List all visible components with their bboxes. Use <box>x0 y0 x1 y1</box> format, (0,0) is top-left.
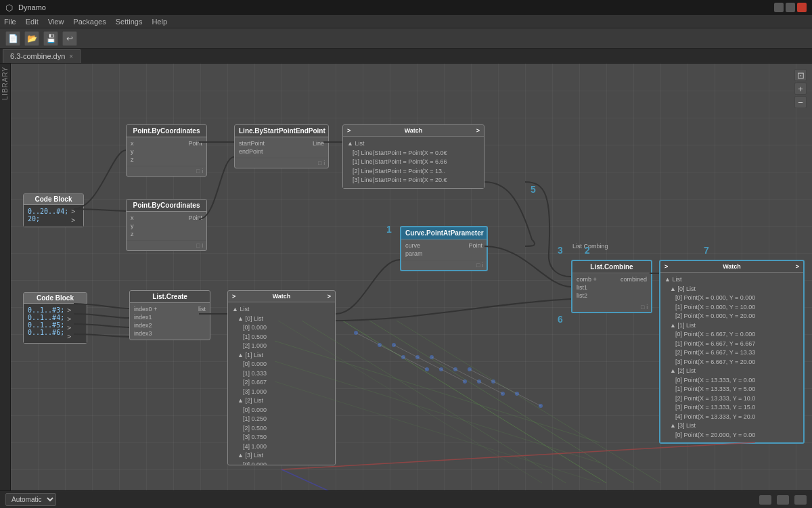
zoom-controls: ⊡ + − <box>794 69 807 108</box>
callout-5: 5 <box>531 184 536 195</box>
watch-title: > Watch > <box>228 291 335 302</box>
svg-line-29 <box>470 369 541 406</box>
node-list-create[interactable]: List.Create index0 + list index1 index2 … <box>129 290 210 340</box>
callout-2: 2 <box>585 245 590 256</box>
statusbar: Automatic <box>0 490 812 508</box>
status-icon-1 <box>759 495 771 505</box>
menu-edit[interactable]: Edit <box>26 18 39 26</box>
zoom-fit-button[interactable]: ⊡ <box>794 69 807 81</box>
svg-point-22 <box>468 367 472 371</box>
node-code-block-2[interactable]: Code Block 0..1..#3;0..1..#4;0..1..#5;0.… <box>23 292 87 344</box>
node-title: List.Combine <box>572 261 651 273</box>
svg-point-19 <box>453 367 457 371</box>
node-title: Point.ByCoordinates <box>127 200 206 212</box>
svg-point-23 <box>491 379 495 384</box>
watch-content: ▲ List [0] Line(StartPoint = Point(X = 0… <box>343 137 484 188</box>
svg-point-25 <box>539 404 543 408</box>
svg-point-15 <box>415 355 420 359</box>
node-watch-top[interactable]: > Watch > ▲ List [0] Line(StartPoint = P… <box>342 124 484 189</box>
watch-content: ▲ List ▲ [0] List [0] Point(X = 0.000, Y… <box>660 273 803 442</box>
node-watch-bottom[interactable]: > Watch > ▲ List ▲ [0] List [0] 0.000 [1… <box>227 290 336 465</box>
save-button[interactable]: 💾 <box>43 31 58 46</box>
svg-point-14 <box>392 343 396 347</box>
maximize-button[interactable] <box>786 3 795 12</box>
svg-point-24 <box>515 392 519 396</box>
watch-title: > Watch > <box>343 125 484 137</box>
titlebar: ⬡ Dynamo <box>0 0 812 15</box>
node-title: Point.ByCoordinates <box>127 125 206 137</box>
svg-point-21 <box>501 392 505 396</box>
app-title: Dynamo <box>18 3 46 11</box>
svg-line-0 <box>342 321 606 483</box>
new-button[interactable]: 📄 <box>5 31 20 46</box>
callout-1: 1 <box>386 224 392 235</box>
node-title: Curve.PointAtParameter <box>401 227 487 239</box>
menu-file[interactable]: File <box>4 18 16 26</box>
run-mode-dropdown[interactable]: Automatic <box>5 493 56 506</box>
callout-7: 7 <box>704 245 709 256</box>
callout-6: 6 <box>558 314 563 325</box>
node-point-bycoords-2[interactable]: Point.ByCoordinates x Point y z □ ⅰ <box>126 199 207 251</box>
zoom-out-button[interactable]: − <box>794 96 807 108</box>
node-list-combine[interactable]: List.Combine comb + combined list1 list2… <box>571 260 652 313</box>
open-button[interactable]: 📂 <box>24 31 39 46</box>
zoom-in-button[interactable]: + <box>794 83 807 95</box>
svg-line-27 <box>394 345 465 382</box>
app-icon: ⬡ <box>5 3 13 13</box>
svg-line-2 <box>397 321 660 483</box>
tab-file[interactable]: 6.3-combine.dyn × <box>3 49 81 63</box>
node-title: Code Block <box>24 194 83 205</box>
status-icons <box>759 495 807 505</box>
svg-point-16 <box>439 367 443 371</box>
menu-settings[interactable]: Settings <box>116 18 143 26</box>
svg-point-11 <box>378 343 382 347</box>
svg-point-17 <box>463 379 467 384</box>
node-line-bystartendpoint[interactable]: Line.ByStartPointEndPoint startPoint Lin… <box>234 124 329 168</box>
library-label[interactable]: LIBRARY <box>1 66 9 100</box>
svg-point-10 <box>354 331 358 335</box>
tab-close[interactable]: × <box>69 53 73 60</box>
svg-line-26 <box>356 333 427 369</box>
window-controls <box>774 3 807 12</box>
node-title: Line.ByStartPointEndPoint <box>235 125 328 137</box>
menu-packages[interactable]: Packages <box>73 18 106 26</box>
watch-title: > Watch > <box>660 261 803 273</box>
library-sidebar[interactable]: LIBRARY <box>0 64 11 490</box>
svg-line-28 <box>432 357 503 394</box>
svg-line-1 <box>369 321 633 483</box>
minimize-button[interactable] <box>774 3 784 12</box>
svg-point-18 <box>430 355 434 359</box>
close-button[interactable] <box>797 3 807 12</box>
status-icon-3 <box>794 495 807 505</box>
undo-button[interactable]: ↩ <box>62 31 77 46</box>
menubar: File Edit View Packages Settings Help <box>0 15 812 28</box>
svg-point-20 <box>477 379 481 384</box>
svg-line-9 <box>281 469 430 490</box>
tabbar: 6.3-combine.dyn × <box>0 49 812 64</box>
svg-point-12 <box>401 355 405 359</box>
callout-3: 3 <box>558 245 563 256</box>
node-curve-point-at-param[interactable]: Curve.PointAtParameter curve Point param… <box>400 226 488 271</box>
node-title: Code Block <box>24 293 87 304</box>
menu-help[interactable]: Help <box>152 18 167 26</box>
menu-view[interactable]: View <box>48 18 64 26</box>
toolbar: 📄 📂 💾 ↩ <box>0 28 812 49</box>
node-point-bycoords-1[interactable]: Point.ByCoordinates x Point y z □ ⅰ <box>126 124 207 177</box>
watch-content: ▲ List ▲ [0] List [0] 0.000 [1] 0.500 [2… <box>228 302 335 465</box>
svg-line-8 <box>281 442 755 469</box>
svg-line-3 <box>302 321 566 483</box>
main-area: LIBRARY ⊡ + − <box>0 64 812 490</box>
tab-filename: 6.3-combine.dyn <box>10 52 65 60</box>
canvas[interactable]: ⊡ + − <box>11 64 812 490</box>
svg-point-13 <box>425 367 429 371</box>
node-watch-right[interactable]: > Watch > ▲ List ▲ [0] List [0] Point(X … <box>659 260 805 444</box>
node-code-block-1[interactable]: Code Block 0..20..#4;20; > > <box>23 193 84 227</box>
status-icon-2 <box>777 495 789 505</box>
node-title: List.Create <box>130 291 210 303</box>
